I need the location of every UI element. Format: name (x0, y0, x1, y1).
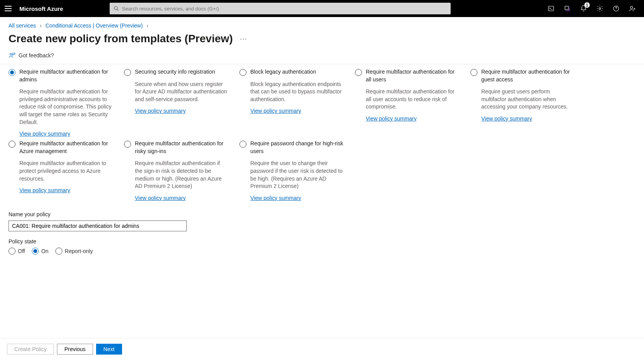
radio-button[interactable] (124, 69, 131, 76)
option-description: Require multifactor authentication to pr… (19, 160, 112, 183)
more-icon[interactable]: ⋯ (240, 34, 247, 43)
svg-point-0 (114, 7, 117, 10)
option-description: Secure when and how users register for A… (135, 81, 228, 103)
policy-state-option[interactable]: On (32, 248, 48, 255)
option-title: Require multifactor authentication for A… (19, 140, 112, 155)
policy-state-option[interactable]: Report-only (55, 248, 93, 255)
radio-button[interactable] (355, 69, 362, 76)
help-icon[interactable] (612, 5, 620, 12)
view-policy-summary-link[interactable]: View policy summary (135, 195, 186, 201)
template-option[interactable]: Securing security info registrationSecur… (124, 68, 228, 140)
state-option-label: On (41, 248, 48, 254)
breadcrumb-item[interactable]: All services (9, 22, 36, 29)
radio-button[interactable] (124, 141, 131, 148)
feedback-icon[interactable] (629, 5, 636, 12)
template-option[interactable]: Require multifactor authentication for a… (9, 68, 112, 140)
name-section: Name your policy (9, 211, 635, 231)
template-option[interactable]: Require multifactor authentication for A… (9, 140, 112, 204)
option-title: Block legacy authentication (250, 68, 343, 76)
option-description: Block legacy authentication endpoints th… (250, 81, 343, 103)
svg-rect-3 (565, 6, 568, 10)
radio-button[interactable] (9, 248, 15, 255)
search-input[interactable] (122, 6, 447, 12)
policy-name-input[interactable] (9, 220, 187, 231)
template-options: Require multifactor authentication for a… (9, 68, 635, 204)
cloud-shell-icon[interactable] (547, 5, 555, 12)
menu-icon[interactable] (5, 5, 12, 12)
topbar-actions: 1 (547, 5, 639, 12)
option-description: Require multifactor authentication if th… (135, 160, 228, 190)
radio-button[interactable] (9, 141, 15, 148)
template-option[interactable]: Require multifactor authentication for a… (355, 68, 459, 140)
option-description: Require the user to change their passwor… (250, 160, 343, 190)
content: Require multifactor authentication for a… (0, 64, 644, 286)
template-option[interactable]: Require multifactor authentication for g… (470, 68, 574, 140)
search-box[interactable] (110, 3, 451, 14)
search-icon (114, 6, 119, 11)
svg-point-4 (599, 8, 601, 10)
option-title: Require password change for high-risk us… (250, 140, 343, 155)
got-feedback-button[interactable]: Got feedback? (9, 52, 54, 59)
view-policy-summary-link[interactable]: View policy summary (135, 108, 186, 114)
brand-label: Microsoft Azure (19, 5, 63, 12)
view-policy-summary-link[interactable]: View policy summary (19, 187, 70, 193)
option-description: Require guest users perform multifactor … (481, 88, 574, 111)
radio-button[interactable] (9, 69, 15, 76)
page-title-row: Create new policy from templates (Previe… (0, 30, 644, 52)
person-feedback-icon (9, 52, 15, 59)
view-policy-summary-link[interactable]: View policy summary (250, 195, 301, 201)
template-option[interactable]: Require multifactor authentication for r… (124, 140, 228, 204)
breadcrumb: All services › Conditional Access | Over… (0, 17, 644, 30)
directories-icon[interactable] (563, 5, 571, 12)
view-policy-summary-link[interactable]: View policy summary (19, 131, 70, 137)
svg-point-7 (10, 53, 12, 55)
state-options: OffOnReport-only (9, 248, 635, 255)
option-title: Require multifactor authentication for r… (135, 140, 228, 155)
radio-button[interactable] (55, 248, 62, 255)
gear-icon[interactable] (596, 5, 604, 12)
state-option-label: Off (18, 248, 25, 254)
policy-state-option[interactable]: Off (9, 248, 25, 255)
option-title: Require multifactor authentication for a… (19, 68, 112, 83)
template-option[interactable]: Require password change for high-risk us… (239, 140, 343, 204)
toolbar: Got feedback? (0, 52, 644, 64)
radio-button[interactable] (470, 69, 477, 76)
view-policy-summary-link[interactable]: View policy summary (366, 115, 417, 122)
radio-button[interactable] (32, 248, 39, 255)
name-label: Name your policy (9, 211, 635, 217)
view-policy-summary-link[interactable]: View policy summary (250, 108, 301, 114)
chevron-right-icon: › (40, 22, 42, 29)
breadcrumb-item[interactable]: Conditional Access | Overview (Preview) (45, 22, 143, 29)
state-section: Policy state OffOnReport-only (9, 238, 635, 255)
option-title: Require multifactor authentication for g… (481, 68, 574, 83)
state-option-label: Report-only (65, 248, 93, 254)
page-title: Create new policy from templates (Previe… (9, 33, 233, 45)
radio-button[interactable] (239, 69, 246, 76)
state-label: Policy state (9, 238, 635, 245)
template-option[interactable]: Block legacy authenticationBlock legacy … (239, 68, 343, 140)
notifications-icon[interactable]: 1 (580, 5, 587, 12)
option-title: Require multifactor authentication for a… (366, 68, 459, 83)
svg-line-1 (117, 9, 119, 11)
view-policy-summary-link[interactable]: View policy summary (481, 115, 532, 122)
got-feedback-label: Got feedback? (19, 52, 54, 59)
option-title: Securing security info registration (135, 68, 228, 76)
radio-button[interactable] (239, 141, 246, 148)
notification-badge: 1 (584, 2, 590, 8)
svg-rect-2 (548, 6, 554, 11)
svg-point-6 (630, 6, 633, 9)
option-description: Require multifactor authentication for p… (19, 88, 112, 126)
option-description: Require multifactor authentication for a… (366, 88, 459, 111)
chevron-right-icon: › (146, 22, 148, 29)
top-bar: Microsoft Azure 1 (0, 0, 644, 17)
